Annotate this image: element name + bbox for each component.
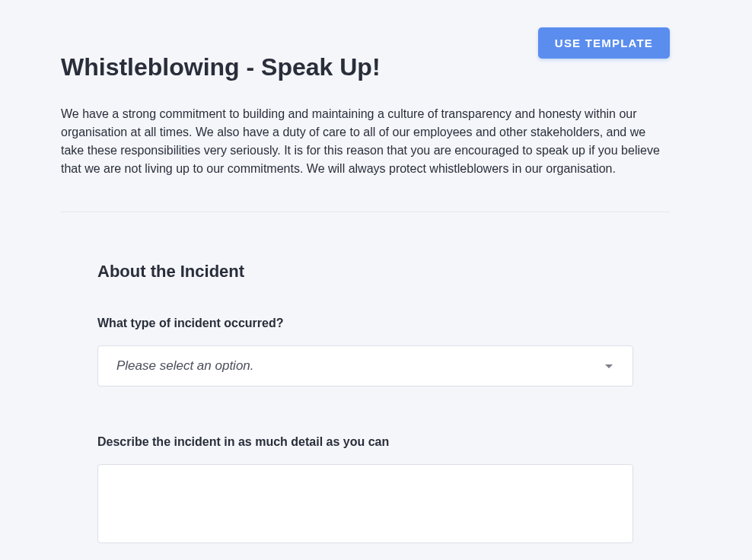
label-describe-incident: Describe the incident in as much detail …	[97, 435, 389, 449]
label-incident-type: What type of incident occurred?	[97, 317, 283, 330]
use-template-button[interactable]: USE TEMPLATE	[538, 27, 670, 59]
page-title: Whistleblowing - Speak Up!	[61, 53, 381, 81]
section-title-about-incident: About the Incident	[97, 262, 244, 282]
textarea-describe-incident[interactable]	[97, 464, 633, 543]
chevron-down-icon	[605, 364, 613, 368]
select-incident-type[interactable]: Please select an option.	[97, 345, 633, 387]
select-placeholder: Please select an option.	[116, 358, 605, 374]
divider	[61, 212, 670, 212]
page-intro-text: We have a strong commitment to building …	[61, 105, 668, 178]
